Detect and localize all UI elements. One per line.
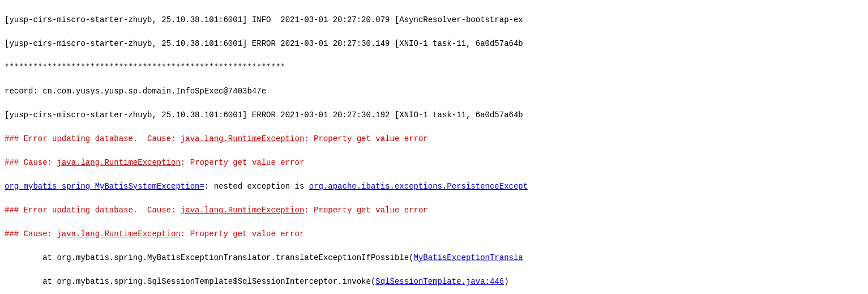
source-link[interactable]: SqlSessionTemplate.java:446	[375, 277, 504, 286]
exception-link[interactable]: java.lang.RuntimeException	[57, 158, 180, 167]
log-line-2: [yusp-cirs-miscro-starter-zhuyb, 25.10.3…	[5, 38, 863, 50]
log-text: at org.mybatis.spring.MyBatisExceptionTr…	[5, 253, 414, 262]
log-text: at org.mybatis.spring.SqlSessionTemplate…	[5, 277, 375, 286]
error-text: : Property get value error	[304, 134, 427, 143]
source-link[interactable]: MyBatisExceptionTransla	[414, 253, 523, 262]
log-container: [yusp-cirs-miscro-starter-zhuyb, 25.10.3…	[5, 2, 863, 294]
error-text: : Property get value error	[181, 158, 304, 167]
log-text: [yusp-cirs-miscro-starter-zhuyb, 25.10.3…	[5, 39, 523, 48]
error-text: ### Error updating database. Cause:	[5, 206, 181, 215]
log-line-6: ### Error updating database. Cause: java…	[5, 133, 863, 145]
error-text: : Property get value error	[181, 229, 304, 238]
log-text: [yusp-cirs-miscro-starter-zhuyb, 25.10.3…	[5, 110, 523, 120]
source-link[interactable]: org.apache.ibatis.exceptions.Persistence…	[309, 182, 528, 191]
log-line-12: at org.mybatis.spring.SqlSessionTemplate…	[5, 276, 863, 288]
exception-link[interactable]: java.lang.RuntimeException	[181, 206, 304, 215]
log-line-3: ****************************************…	[5, 62, 863, 74]
log-line-1: [yusp-cirs-miscro-starter-zhuyb, 25.10.3…	[5, 14, 863, 26]
source-link[interactable]: org_mybatis_spring_MyBatisSystemExceptio…	[5, 182, 204, 191]
error-text: ### Error updating database. Cause:	[5, 134, 181, 143]
log-line-7: ### Cause: java.lang.RuntimeException: P…	[5, 157, 863, 169]
log-text: record: cn.com.yusys.yusp.sp.domain.Info…	[5, 87, 266, 96]
log-line-10: ### Cause: java.lang.RuntimeException: P…	[5, 228, 863, 240]
error-text: : Property get value error	[304, 206, 427, 215]
log-line-9: ### Error updating database. Cause: java…	[5, 204, 863, 216]
error-text: ### Cause:	[5, 229, 57, 238]
log-text: [yusp-cirs-miscro-starter-zhuyb, 25.10.3…	[5, 15, 523, 24]
error-text: ### Cause:	[5, 158, 57, 167]
log-line-11: at org.mybatis.spring.MyBatisExceptionTr…	[5, 252, 863, 264]
log-text: : nested exception is	[204, 182, 309, 191]
log-line-4: record: cn.com.yusys.yusp.sp.domain.Info…	[5, 86, 863, 97]
log-line-5: [yusp-cirs-miscro-starter-zhuyb, 25.10.3…	[5, 109, 863, 121]
log-text: ****************************************…	[5, 63, 285, 72]
log-line-8: org_mybatis_spring_MyBatisSystemExceptio…	[5, 181, 863, 193]
exception-link[interactable]: java.lang.RuntimeException	[57, 229, 180, 238]
exception-link[interactable]: java.lang.RuntimeException	[181, 134, 304, 143]
log-text: )	[504, 277, 508, 286]
